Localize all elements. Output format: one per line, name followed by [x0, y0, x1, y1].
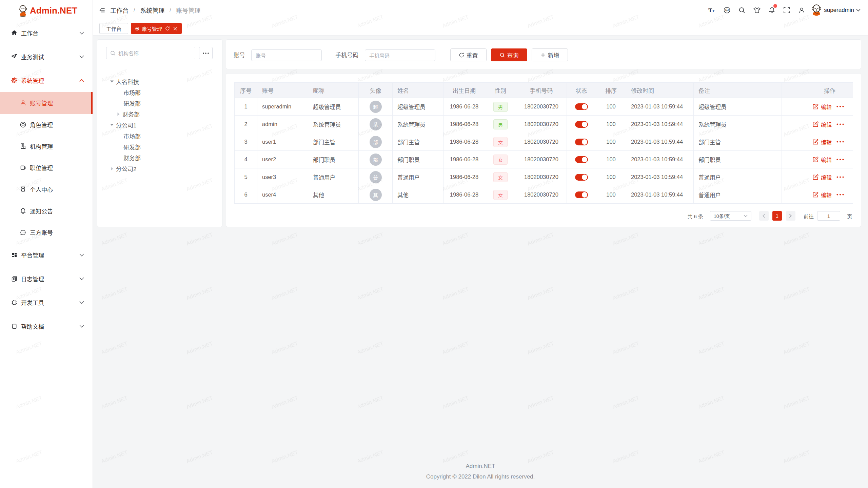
svg-text:中: 中: [725, 8, 729, 12]
svg-text:T: T: [712, 9, 715, 13]
